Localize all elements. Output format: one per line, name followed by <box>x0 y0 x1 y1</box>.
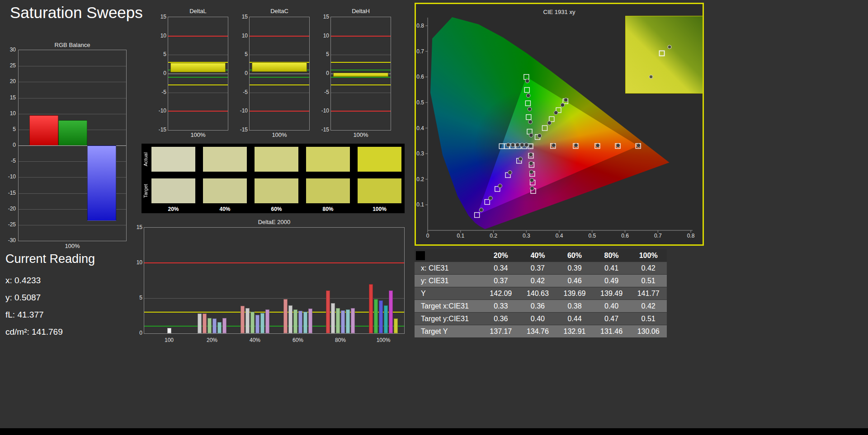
deltae-threshold-line <box>144 262 404 263</box>
swatch-row-label: Actual <box>143 147 149 172</box>
cie-measured-point <box>596 144 600 148</box>
cie-measured-point <box>529 133 533 137</box>
delta-ytick-label: 0 <box>234 70 248 76</box>
deltae-xtick-label: 100 <box>156 337 183 343</box>
cie-measured-point <box>529 170 533 174</box>
delta-gridline <box>168 74 228 74</box>
delta-chart: 151050-5-10-15 <box>249 17 310 131</box>
current-reading-line: cd/m²: 141.769 <box>5 323 63 341</box>
deltae-bar <box>208 318 212 333</box>
color-swatches-panel[interactable]: ActualTarget20%40%60%80%100% <box>142 144 405 213</box>
swatch-col-label: 100% <box>358 206 401 212</box>
delta-ytick-label: -10 <box>316 108 329 114</box>
table-cell: 0.47 <box>593 313 630 325</box>
table-cell: 132.91 <box>556 325 593 337</box>
delta-threshold-line <box>331 77 391 78</box>
table-corner-cell <box>415 249 482 262</box>
deltae-bar <box>326 290 330 333</box>
table-row: Target x:CIE310.330.360.380.400.42 <box>415 300 667 312</box>
table-row: Y142.09140.63139.69139.49141.77 <box>415 287 667 299</box>
swatch-col-label: 40% <box>203 206 247 212</box>
cie-measured-point <box>561 103 565 107</box>
cie-target-square <box>475 213 480 218</box>
cie-y-tick-label: 0.2 <box>416 176 424 182</box>
delta-panel-deltah[interactable]: DeltaH151050-5-10-15100% <box>330 0 391 141</box>
delta-threshold-line <box>168 36 228 37</box>
table-col-header: 80% <box>593 249 630 262</box>
cie-x-tick-label: 0.8 <box>687 233 695 239</box>
table-cell: 0.37 <box>482 275 519 287</box>
deltae-gridline <box>144 298 404 299</box>
cie-measured-point <box>637 144 641 148</box>
rgb-gridline <box>19 66 126 66</box>
cie-measured-point <box>520 143 524 147</box>
swatch-target <box>306 178 350 203</box>
cie-target-square <box>525 101 530 106</box>
delta-panel-deltal[interactable]: DeltaL151050-5-10-15100% <box>168 0 228 141</box>
table-cell: 0.33 <box>482 300 519 312</box>
rgb-bar-blue <box>87 145 116 221</box>
deltae-bar <box>308 309 312 333</box>
delta-ytick-label: -15 <box>234 126 248 133</box>
cie-measured-point <box>489 196 493 200</box>
delta-chart: 151050-5-10-15 <box>330 17 391 131</box>
cie-measured-point <box>530 187 534 191</box>
delta-chart-title: DeltaC <box>249 8 310 14</box>
delta-ytick-label: -5 <box>316 89 329 95</box>
delta-gridline <box>250 93 309 93</box>
table-cell: 0.51 <box>630 275 667 287</box>
current-reading-line: fL: 41.377 <box>5 306 63 323</box>
cie-x-tick-label: 0.3 <box>523 233 530 239</box>
deltae-threshold-line <box>144 312 404 313</box>
table-row-label: y: CIE31 <box>415 275 482 287</box>
cie-measured-point <box>547 121 552 125</box>
swatch-col-label: 20% <box>151 206 195 212</box>
swatch-actual <box>358 147 401 172</box>
delta-ytick-label: -5 <box>153 89 166 95</box>
delta-gridline <box>331 93 391 93</box>
cie-x-tick-label: 0.7 <box>654 233 662 239</box>
deltae-bar <box>346 309 350 333</box>
delta-xaxis-label: 100% <box>168 131 228 138</box>
rgb-ytick-label: 20 <box>1 78 16 84</box>
cie-measured-point <box>508 171 512 175</box>
delta-gridline <box>250 55 309 55</box>
rgb-ytick-label: -10 <box>1 173 16 180</box>
delta-threshold-line <box>331 70 391 70</box>
cie-measured-point <box>506 143 510 147</box>
cie-measured-point <box>479 208 483 212</box>
cie-target-square <box>524 88 529 93</box>
table-row-label: Target y:CIE31 <box>415 313 482 325</box>
cie-target-square <box>524 75 529 80</box>
deltae-bar <box>260 313 264 333</box>
deltae-xtick-label: 60% <box>284 337 311 343</box>
rgb-ytick-label: 15 <box>1 94 16 101</box>
cie-x-tick-label: 0.2 <box>490 233 497 239</box>
delta-chart-title: DeltaL <box>168 8 228 14</box>
table-cell: 139.69 <box>556 287 593 299</box>
current-reading-title: Current Reading <box>5 252 95 266</box>
deltae-bar <box>336 308 340 333</box>
cie-measured-point <box>519 157 523 161</box>
delta-threshold-line <box>250 84 309 85</box>
table-col-header: 100% <box>630 249 667 262</box>
deltae-ytick-label: 0 <box>129 330 142 336</box>
measurement-table[interactable]: 20%40%60%80%100%x: CIE310.340.370.390.41… <box>415 249 667 337</box>
delta-ytick-label: 10 <box>153 33 166 39</box>
delta-panel-deltac[interactable]: DeltaC151050-5-10-15100% <box>249 0 310 141</box>
delta-threshold-line <box>331 62 391 63</box>
delta-ytick-label: -10 <box>234 108 248 114</box>
deltae-bar <box>212 318 217 333</box>
current-reading-line: x: 0.4233 <box>5 272 63 289</box>
deltae-bar <box>379 300 383 333</box>
table-cell: 0.40 <box>593 300 630 312</box>
deltae-bar <box>265 309 269 333</box>
cie-measured-point <box>538 134 542 138</box>
deltae-xtick-label: 20% <box>198 337 226 343</box>
cie-1931-panel[interactable]: 00.10.20.30.40.50.60.70.80.10.20.30.40.5… <box>415 3 704 246</box>
deltae-bar <box>384 305 388 333</box>
delta-ytick-label: 5 <box>234 51 248 57</box>
deltae2000-title: DeltaE 2000 <box>144 219 405 225</box>
delta-chart: 151050-5-10-15 <box>168 17 228 131</box>
delta-ytick-label: 15 <box>316 14 329 20</box>
